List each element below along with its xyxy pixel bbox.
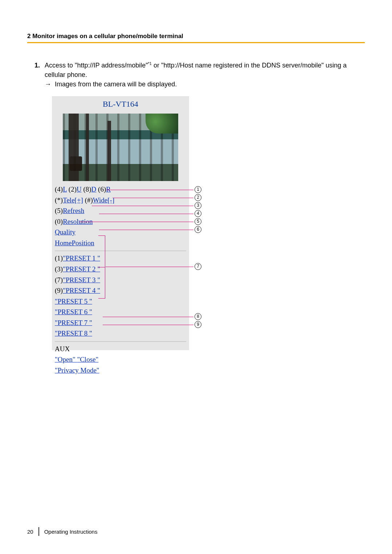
preset-key: (3) (55, 265, 63, 273)
step-result: → Images from the camera will be display… (45, 79, 365, 89)
preset-key: (1) (55, 254, 63, 262)
arrow-icon: → (45, 81, 51, 88)
body-text: 1. Access to "http://IP address/mobile"*… (34, 61, 365, 350)
step-1: 1. Access to "http://IP address/mobile"*… (34, 61, 365, 79)
preset-4-link[interactable]: "PRESET 4 " (63, 287, 100, 294)
preset-3-link[interactable]: "PRESET 3 " (63, 276, 100, 284)
document-page: 2 Monitor images on a cellular phone/mob… (0, 0, 392, 554)
key-0: (0) (55, 218, 63, 225)
pan-left-link[interactable]: L (63, 185, 67, 193)
preset-8-row: "PRESET 8 " (55, 328, 186, 338)
key-8: (8) (82, 185, 91, 193)
camera-image (63, 114, 178, 181)
preset-key: (7) (55, 276, 63, 284)
callout-1: 1 (106, 186, 193, 193)
key-2: (2) (67, 185, 77, 193)
callout-9: 9 (103, 321, 193, 328)
preset-key: (9) (55, 287, 63, 294)
key-6: (6) (96, 185, 106, 193)
step-number: 1. (34, 61, 45, 79)
footnote-marker: *1 (148, 61, 152, 66)
preset-7-link[interactable]: "PRESET 7 " (55, 319, 92, 327)
callout-number: 2 (195, 194, 201, 201)
callout-2: 2 (113, 194, 193, 201)
preset-5-row: "PRESET 5 " (55, 296, 186, 307)
callout-number: 7 (195, 263, 201, 270)
step-text-part-a: Access to "http://IP address/mobile" (45, 62, 148, 69)
separator (55, 341, 186, 342)
callout-7: 7 (106, 263, 193, 270)
callout-number: 4 (195, 210, 201, 217)
aux-row: "Open" "Close" (55, 354, 186, 365)
preset-4-row: (9)"PRESET 4 " (55, 286, 186, 296)
step-text: Access to "http://IP address/mobile"*1 o… (45, 61, 365, 79)
page-footer: 20 Operating Instructions (27, 527, 97, 536)
key-star: (*) (55, 196, 63, 204)
quality-link[interactable]: Quality (55, 228, 75, 236)
preset-1-link[interactable]: "PRESET 1 " (63, 254, 100, 262)
tele-link[interactable]: Tele[+] (63, 196, 83, 204)
callout-8: 8 (103, 313, 193, 320)
aux-label: AUX (55, 344, 186, 354)
step-result-text: Images from the camera will be displayed… (55, 81, 177, 88)
callout-5: 5 (79, 218, 193, 225)
home-position-link[interactable]: HomePosition (55, 239, 94, 247)
doc-title: Operating Instructions (44, 529, 98, 535)
camera-model-title: BL-VT164 (52, 96, 189, 112)
privacy-row: "Privacy Mode" (55, 365, 186, 376)
callout-number: 3 (195, 202, 201, 209)
key-hash: (#) (83, 196, 93, 204)
callout-number: 9 (195, 321, 201, 328)
key-5: (5) (55, 207, 63, 214)
callout-7-bracket (98, 235, 105, 299)
privacy-mode-link[interactable]: "Privacy Mode" (55, 366, 99, 374)
preset-5-link[interactable]: "PRESET 5 " (55, 297, 92, 305)
callout-number: 5 (195, 218, 201, 225)
separator (55, 251, 186, 251)
section-heading: 2 Monitor images on a cellular phone/mob… (27, 33, 365, 43)
tilt-down-link[interactable]: D (91, 185, 97, 193)
preset-3-row: (7)"PRESET 3 " (55, 275, 186, 285)
home-row: HomePosition (55, 238, 186, 248)
aux-open-link[interactable]: "Open" (55, 356, 77, 363)
figure: BL-VT164 (4)L (2)U (8)D (6)R (*)Tele[+] … (52, 96, 233, 350)
callout-6: 6 (99, 226, 193, 233)
refresh-link[interactable]: Refresh (63, 207, 84, 214)
callout-3: 3 (92, 202, 193, 209)
key-4: (4) (55, 185, 63, 193)
preset-6-link[interactable]: "PRESET 6 " (55, 308, 92, 316)
footer-divider (38, 527, 39, 536)
preset-1-row: (1)"PRESET 1 " (55, 253, 186, 263)
tilt-up-link[interactable]: U (77, 185, 82, 193)
callout-number: 6 (195, 226, 201, 233)
preset-2-link[interactable]: "PRESET 2 " (63, 265, 100, 273)
callout-number: 1 (195, 186, 201, 193)
callout-4: 4 (99, 210, 193, 217)
page-number: 20 (27, 529, 33, 535)
preset-8-link[interactable]: "PRESET 8 " (55, 329, 92, 337)
callout-number: 8 (195, 313, 201, 320)
aux-close-link[interactable]: "Close" (77, 356, 98, 363)
